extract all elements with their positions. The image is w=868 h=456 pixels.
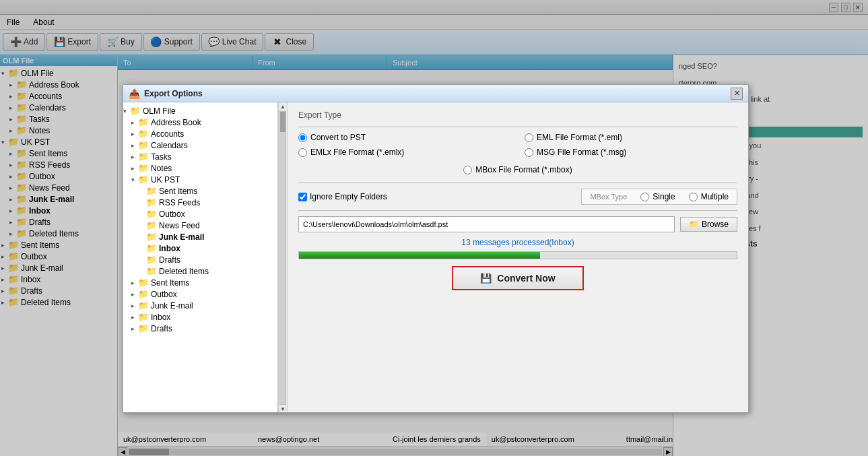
ignore-empty-text: Ignore Empty Folders	[310, 192, 387, 201]
separator-2	[298, 183, 737, 183]
modal-options: Export Type Convert to PST EML File Form…	[288, 102, 748, 412]
radio-convert-to-pst[interactable]: Convert to PST	[298, 133, 511, 142]
separator-1	[298, 127, 737, 127]
radio-single-input[interactable]	[640, 193, 649, 201]
tree-node[interactable]: ▸📁Accounts	[123, 128, 277, 139]
tree-node[interactable]: ▾📁UK PST	[123, 174, 277, 185]
tree-node[interactable]: 📁Sent Items	[123, 185, 277, 197]
tree-node[interactable]: 📁News Feed	[123, 220, 277, 231]
ignore-empty-checkbox[interactable]	[298, 193, 307, 201]
scroll-up-arrow[interactable]: ▲	[280, 104, 286, 110]
separator-3	[298, 210, 737, 211]
radio-options-grid: Convert to PST EML File Format (*.eml) E…	[298, 133, 737, 157]
browse-icon: 📁	[689, 220, 699, 229]
scroll-thumb[interactable]	[280, 112, 286, 132]
scroll-track	[279, 111, 286, 405]
modal-title-icon: 📤	[129, 88, 140, 99]
radio-mbox-input[interactable]	[463, 166, 472, 174]
modal-body: ▾📁OLM File▸📁Address Book▸📁Accounts▸📁Cale…	[123, 102, 748, 412]
radio-mbox-format[interactable]: MBox File Format (*.mbox)	[463, 165, 572, 174]
radio-emlx-input[interactable]	[298, 148, 307, 157]
radio-single[interactable]: Single	[640, 192, 675, 201]
convert-icon: 💾	[480, 273, 492, 284]
file-path-input[interactable]	[298, 216, 675, 232]
progress-bar	[298, 251, 737, 259]
radio-pst-input[interactable]	[298, 133, 307, 142]
ignore-empty-label[interactable]: Ignore Empty Folders	[298, 192, 387, 201]
modal-tree: ▾📁OLM File▸📁Address Book▸📁Accounts▸📁Cale…	[123, 102, 278, 412]
tree-node[interactable]: ▸📁Sent Items	[123, 277, 277, 288]
radio-mbox-label: MBox File Format (*.mbox)	[475, 165, 572, 174]
radio-multiple-label: Multiple	[701, 192, 729, 201]
radio-mbox-container: MBox File Format (*.mbox)	[298, 165, 737, 174]
tree-node[interactable]: 📁Deleted Items	[123, 265, 277, 277]
tree-node[interactable]: ▸📁Drafts	[123, 323, 277, 334]
mbox-type-box: MBox Type Single Multiple	[581, 189, 737, 205]
tree-node[interactable]: ▸📁Tasks	[123, 151, 277, 162]
radio-msg-format[interactable]: MSG File Format (*.msg)	[525, 148, 737, 157]
tree-node[interactable]: 📁RSS Feeds	[123, 197, 277, 208]
progress-bar-fill	[299, 252, 540, 259]
radio-emlx-format[interactable]: EMLx File Format (*.emlx)	[298, 148, 511, 157]
modal-titlebar: 📤 Export Options ✕	[123, 85, 748, 102]
radio-multiple[interactable]: Multiple	[689, 192, 729, 201]
tree-node[interactable]: ▸📁Inbox	[123, 311, 277, 323]
export-type-label: Export Type	[298, 110, 737, 120]
tree-node[interactable]: 📁Junk E-mail	[123, 231, 277, 242]
radio-eml-input[interactable]	[525, 133, 533, 142]
radio-eml-label: EML File Format (*.eml)	[537, 133, 622, 142]
options-row: Ignore Empty Folders MBox Type Single Mu…	[298, 189, 737, 205]
export-options-modal: 📤 Export Options ✕ ▾📁OLM File▸📁Address B…	[123, 84, 749, 413]
tree-node[interactable]: ▾📁OLM File	[123, 105, 277, 117]
tree-node[interactable]: ▸📁Junk E-mail	[123, 300, 277, 311]
modal-overlay: 📤 Export Options ✕ ▾📁OLM File▸📁Address B…	[0, 0, 868, 456]
radio-pst-label: Convert to PST	[310, 133, 366, 142]
scroll-down-arrow[interactable]: ▼	[280, 406, 286, 412]
tree-node[interactable]: 📁Outbox	[123, 208, 277, 220]
radio-eml-format[interactable]: EML File Format (*.eml)	[525, 133, 737, 142]
modal-title-text: Export Options	[144, 89, 731, 98]
radio-msg-input[interactable]	[525, 148, 533, 157]
radio-emlx-label: EMLx File Format (*.emlx)	[310, 148, 404, 157]
tree-node[interactable]: ▸📁Calendars	[123, 139, 277, 151]
radio-multiple-input[interactable]	[689, 193, 698, 201]
tree-node[interactable]: ▸📁Outbox	[123, 288, 277, 300]
browse-button[interactable]: 📁 Browse	[680, 217, 737, 232]
tree-node[interactable]: ▸📁Address Book	[123, 117, 277, 128]
tree-node[interactable]: 📁Drafts	[123, 254, 277, 265]
browse-label: Browse	[702, 220, 729, 229]
convert-now-label: Convert Now	[497, 273, 555, 284]
tree-node[interactable]: 📁Inbox	[123, 242, 277, 254]
convert-btn-row: 💾 Convert Now	[298, 266, 737, 290]
tree-node[interactable]: ▸📁Notes	[123, 162, 277, 174]
file-path-row: 📁 Browse	[298, 216, 737, 232]
radio-single-label: Single	[653, 192, 675, 201]
modal-close-button[interactable]: ✕	[731, 88, 743, 100]
mbox-type-label: MBox Type	[590, 193, 627, 201]
radio-msg-label: MSG File Format (*.msg)	[537, 148, 626, 157]
modal-tree-scrollbar[interactable]: ▲ ▼	[278, 102, 288, 412]
progress-text: 13 messages processed(Inbox)	[298, 238, 737, 247]
convert-now-button[interactable]: 💾 Convert Now	[452, 266, 583, 290]
